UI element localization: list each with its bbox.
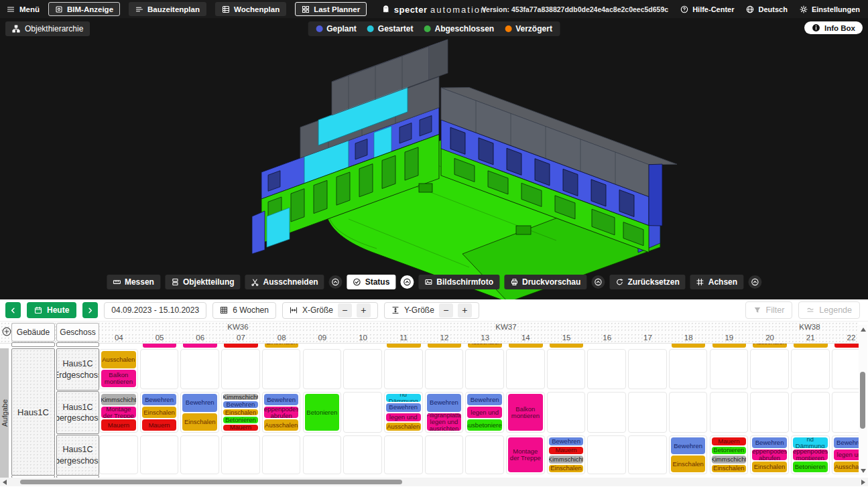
scroll-down-arrow[interactable] xyxy=(861,469,866,473)
schedule-cell-18[interactable] xyxy=(669,349,708,389)
schedule-cell-06[interactable]: BewehrenEinschalen xyxy=(180,392,219,433)
toolbar-status[interactable]: Status xyxy=(347,275,396,289)
schedule-cell-06[interactable] xyxy=(180,435,219,474)
schedule-cell-12[interactable] xyxy=(425,349,464,389)
schedule-cell-11[interactable] xyxy=(384,435,423,474)
task-chip-bewehren[interactable]: Bewehren xyxy=(182,394,217,412)
task-chip-mauern[interactable]: Mauern xyxy=(712,437,747,445)
task-chip-balkon-montieren[interactable]: Balkon montieren xyxy=(508,394,543,431)
schedule-cell-05[interactable]: BewehrenEinschalenMauern xyxy=(140,392,179,433)
toolbar-objektteilung[interactable]: Objektteilung xyxy=(165,275,241,289)
task-sliver[interactable] xyxy=(428,344,462,348)
schedule-cell-11[interactable] xyxy=(384,349,423,389)
task-chip-nd-dämmung[interactable]: nd Dämmung xyxy=(793,437,828,448)
toolbar-druckvorschau[interactable]: Druckvorschau xyxy=(504,275,586,289)
task-chip-ausbetonieren[interactable]: Ausbetonieren xyxy=(467,419,502,431)
schedule-cell-08[interactable] xyxy=(262,349,301,389)
scroll-right-arrow[interactable] xyxy=(861,480,865,485)
schedule-cell-18[interactable]: BewehrenEinschalen xyxy=(669,435,708,474)
schedule-cell-08[interactable] xyxy=(262,435,301,474)
x-size-plus-button[interactable]: + xyxy=(357,303,371,318)
schedule-cell-13[interactable] xyxy=(465,349,504,389)
filter-button[interactable]: Filter xyxy=(745,301,793,319)
schedule-cell-16[interactable] xyxy=(587,349,626,389)
bim-viewport[interactable]: Objekthierarchie GeplantGestartetAbgesch… xyxy=(0,18,868,299)
building-cell[interactable]: Haus1C xyxy=(11,348,55,476)
schedule-cell-10[interactable] xyxy=(343,349,382,389)
toolbar-messen[interactable]: Messen xyxy=(107,275,160,289)
y-size-plus-button[interactable]: + xyxy=(458,303,472,318)
task-chip-bewehren[interactable]: Bewehren xyxy=(671,437,706,454)
schedule-cell-21[interactable] xyxy=(791,392,830,433)
schedule-cell-20[interactable] xyxy=(750,349,789,389)
tab-bim-anzeige[interactable]: BIM-Anzeige xyxy=(48,2,120,16)
task-chip-montage-der-treppe[interactable]: Montage der Treppe xyxy=(508,437,543,472)
toolbar-ausschneiden-expand[interactable] xyxy=(329,275,343,289)
horizontal-scrollbar[interactable] xyxy=(0,478,868,486)
schedule-cell-11[interactable]: nd DämmungBewehrenlegen undAusschalen xyxy=(384,392,423,433)
task-sliver[interactable] xyxy=(509,344,543,348)
schedule-cell-22[interactable] xyxy=(832,392,859,433)
schedule-cell-05[interactable] xyxy=(140,435,179,474)
task-sliver[interactable]: Ausschalen xyxy=(468,344,502,348)
task-chip-ausschalen[interactable]: Ausschalen xyxy=(101,351,136,368)
schedule-cell-17[interactable] xyxy=(628,349,667,389)
task-chip-bewehren[interactable]: Bewehren xyxy=(142,394,177,405)
tab-wochenplan[interactable]: Wochenplan xyxy=(215,2,286,16)
task-chip-betonieren[interactable]: Betonieren xyxy=(712,447,747,455)
schedule-cell-14[interactable]: Balkon montieren xyxy=(506,392,545,433)
toolbar-status-expand[interactable] xyxy=(400,275,414,289)
schedule-cell-09[interactable]: Betonieren xyxy=(303,392,342,433)
task-sliver[interactable] xyxy=(794,344,828,348)
task-chip-kimmschicht[interactable]: Kimmschicht xyxy=(549,456,584,464)
expand-all-button[interactable] xyxy=(2,327,11,336)
task-sliver[interactable] xyxy=(672,344,706,348)
schedule-cell-05[interactable] xyxy=(140,349,179,389)
task-chip-mauern[interactable]: Mauern xyxy=(549,447,584,455)
schedule-cell-20[interactable] xyxy=(750,392,789,433)
task-chip-nd-dämmung[interactable]: nd Dämmung xyxy=(386,394,421,402)
task-chip-kimmschicht[interactable]: Kimmschicht xyxy=(223,394,258,400)
schedule-cell-14[interactable] xyxy=(506,349,545,389)
building-model-3d[interactable] xyxy=(0,18,868,299)
task-chip-bewehren[interactable]: Bewehren xyxy=(427,394,462,412)
task-chip-bewehren[interactable]: Bewehren xyxy=(467,394,502,405)
vertical-scroll-thumb[interactable] xyxy=(860,372,865,429)
task-chip-einschalen[interactable]: Einschalen xyxy=(752,462,787,472)
task-chip-bewehren[interactable]: Bewehren xyxy=(264,394,299,405)
task-chip-bewehren[interactable]: Bewehren xyxy=(223,401,258,407)
schedule-cell-15[interactable]: BewehrenMauernKimmschichtEinschalen xyxy=(547,435,586,474)
schedule-cell-10[interactable] xyxy=(343,392,382,433)
task-sliver[interactable] xyxy=(183,344,217,348)
task-chip-treppenpodeste-abrufen[interactable]: Treppenpodeste abrufen xyxy=(752,449,787,460)
schedule-cell-19[interactable]: MauernBetonierenKimmschichtEinschalen xyxy=(710,435,749,474)
task-chip-mauern[interactable]: Mauern xyxy=(142,419,177,431)
schedule-cell-09[interactable] xyxy=(303,435,342,474)
language-button[interactable]: Deutsch xyxy=(746,5,787,13)
horizontal-scroll-thumb[interactable] xyxy=(20,480,402,484)
task-chip-treppenpodeste-abrufen[interactable]: Treppenpodeste abrufen xyxy=(264,407,299,418)
schedule-cell-16[interactable] xyxy=(587,392,626,433)
x-size-minus-button[interactable]: − xyxy=(338,303,352,318)
schedule-cell-12[interactable] xyxy=(425,435,464,474)
toolbar-achsen[interactable]: Achsen xyxy=(690,275,743,289)
schedule-cell-18[interactable] xyxy=(669,392,708,433)
schedule-cell-20[interactable]: BewehrenTreppenpodeste abrufenEinschalen xyxy=(750,435,789,474)
schedule-cell-12[interactable]: BewehrenFiligranplatte legen und ausrich… xyxy=(425,392,464,433)
schedule-cell-14[interactable]: Montage der Treppe xyxy=(506,435,545,474)
schedule-cell-16[interactable] xyxy=(587,435,626,474)
task-chip-einschalen[interactable]: Einschalen xyxy=(549,465,584,473)
schedule-cell-08[interactable]: BewehrenTreppenpodeste abrufenAusschalen xyxy=(262,392,301,433)
task-chip-ausschalen[interactable]: Ausschalen xyxy=(386,423,421,431)
schedule-cell-15[interactable] xyxy=(547,392,586,433)
scroll-left-arrow[interactable] xyxy=(3,480,7,485)
settings-button[interactable]: Einstellungen xyxy=(800,5,860,13)
today-button[interactable]: Heute xyxy=(27,302,76,318)
task-chip-bewehren[interactable]: Bewehren xyxy=(386,403,421,411)
task-sliver[interactable] xyxy=(712,344,747,348)
task-chip-montage-der-treppe[interactable]: Montage der Treppe xyxy=(101,407,136,418)
task-sliver[interactable] xyxy=(834,344,859,348)
task-chip-ausschalen[interactable]: Ausschalen xyxy=(834,462,859,472)
task-sliver[interactable]: Ausschalen xyxy=(753,344,787,348)
task-chip-mauern[interactable]: Mauern xyxy=(223,425,258,431)
